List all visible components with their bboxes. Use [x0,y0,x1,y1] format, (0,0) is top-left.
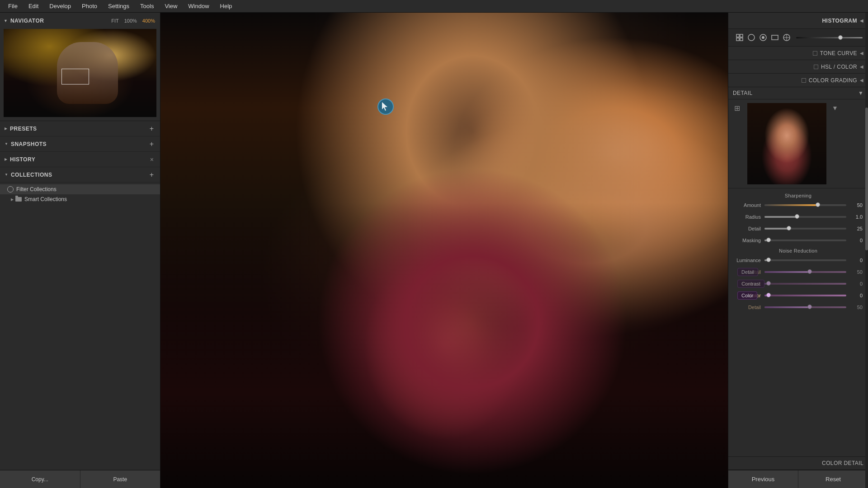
histogram-header[interactable]: Histogram ◀ [728,13,868,29]
exposure-thumb [838,35,843,40]
svg-rect-1 [740,34,743,37]
collections-add-btn[interactable]: + [148,171,156,178]
detail-zoom-icon[interactable]: ▼ [830,103,840,113]
menu-bar: File Edit Develop Photo Settings Tools V… [0,0,868,13]
exposure-track[interactable] [796,37,863,38]
detail-preview-area: ⊞ ▼ [728,99,868,188]
menu-view[interactable]: View [160,1,182,11]
detail-section-title: Detail [733,90,753,96]
red-eye-tool-icon[interactable] [781,32,793,43]
previous-btn[interactable]: Previous [728,470,798,488]
right-panel-scrollbar[interactable] [865,13,868,488]
nr-detail-value: 50 [850,269,863,275]
cursor-indicator [377,99,394,115]
snapshots-add-btn[interactable]: + [148,141,156,148]
detail-pin-icon[interactable]: ⊞ [732,103,742,113]
presets-add-btn[interactable]: + [148,125,156,132]
sharpening-detail-fill [764,228,789,230]
spot-heal-tool-icon[interactable] [745,32,757,43]
smart-collections-item[interactable]: ▶ Smart Collections [0,194,160,204]
history-close-btn[interactable]: × [148,156,156,163]
menu-develop[interactable]: Develop [45,1,75,11]
sharpening-detail-value: 25 [850,226,863,231]
nr-contrast-track[interactable] [764,283,846,285]
graduated-filter-tool-icon[interactable] [757,32,769,43]
nr-detail-fill [764,271,810,273]
nr-detail-track[interactable] [764,271,846,273]
color-grading-section[interactable]: Color Grading ◀ [728,74,868,87]
navigator-thumbnail[interactable] [4,29,156,117]
color-detail-section-header[interactable]: Color Detail [728,456,868,470]
paste-btn[interactable]: Paste [80,470,160,488]
hsl-color-section[interactable]: HSL / Color ◀ [728,60,868,74]
nr-color-track[interactable] [764,295,846,296]
filter-icon [7,186,14,192]
sharpening-radius-fill [764,216,797,218]
nr-luminance-row: Luminance 0 [728,254,868,266]
sharpening-amount-row: Amount 50 [728,199,868,211]
adjustment-brush-tool-icon[interactable] [769,32,781,43]
collections-content: Filter Collections ▶ Smart Collections [0,183,160,470]
copy-btn[interactable]: Copy... [0,470,80,488]
menu-file[interactable]: File [4,1,22,11]
svg-rect-0 [736,34,739,37]
sharpening-amount-track[interactable] [764,204,846,206]
hsl-square-icon [814,65,818,69]
menu-photo[interactable]: Photo [77,1,102,11]
snapshots-section[interactable]: ▼ Snapshots + [0,136,160,152]
color-grading-square-icon [802,78,806,83]
zoom-fit-btn[interactable]: FIT [110,18,120,24]
menu-tools[interactable]: Tools [136,1,158,11]
hsl-collapse-icon: ◀ [860,64,863,69]
snapshots-title: Snapshots [11,141,148,147]
sharpening-masking-label: Masking [733,238,764,243]
sharpening-detail-track[interactable] [764,228,846,230]
reset-btn[interactable]: Reset [798,470,868,488]
nr-color-detail-track[interactable] [764,306,846,308]
canvas-area[interactable] [160,13,728,488]
menu-settings[interactable]: Settings [104,1,134,11]
navigator-header[interactable]: ▼ Navigator FIT 100% 400% [0,14,160,27]
menu-edit[interactable]: Edit [24,1,43,11]
navigator-title: Navigator [10,18,110,24]
sliders-section: Sharpening Amount 50 Radius [728,188,868,456]
history-section[interactable]: ▶ History × [0,152,160,167]
sharpening-masking-track[interactable] [764,239,846,241]
tone-curve-section[interactable]: Tone Curve ◀ [728,47,868,60]
right-bottom-buttons: Previous Reset [728,470,868,488]
sharpening-group-title: Sharpening [728,191,868,199]
sharpening-radius-value: 1.0 [850,214,863,220]
smart-collections-label: Smart Collections [24,196,67,202]
nr-luminance-track[interactable] [764,259,846,261]
sharpening-masking-value: 0 [850,238,863,243]
navigator-section: ▼ Navigator FIT 100% 400% [0,13,160,121]
noise-reduction-group-title: Noise Reduction [728,246,868,254]
sharpening-amount-label: Amount [733,202,764,208]
navigator-collapse-icon: ▼ [4,19,8,23]
histogram-collapse-icon: ◀ [860,18,863,23]
nr-color-detail-row: Detail 50 [728,301,868,313]
history-expand-icon: ▶ [5,157,7,161]
menu-help[interactable]: Help [216,1,237,11]
nr-contrast-row: Contrast 0 Contrast [728,278,868,290]
detail-section-header[interactable]: Detail ▼ [728,87,868,99]
sharpening-radius-label: Radius [733,214,764,220]
filter-collections-item[interactable]: Filter Collections [0,184,160,194]
nr-color-detail-label: Detail [733,305,764,310]
presets-expand-icon: ▶ [5,127,7,131]
main-layout: ▼ Navigator FIT 100% 400% ▶ Presets + [0,13,868,488]
sharpening-amount-fill [764,204,818,206]
collections-header[interactable]: ▼ Collections + [0,167,160,183]
color-grading-collapse-icon: ◀ [860,78,863,83]
detail-thumbnail [747,103,826,184]
left-panel: ▼ Navigator FIT 100% 400% ▶ Presets + [0,13,160,488]
detail-icons-column: ▼ [830,103,840,113]
presets-section[interactable]: ▶ Presets + [0,121,160,136]
sharpening-radius-track[interactable] [764,216,846,218]
menu-window[interactable]: Window [184,1,213,11]
crop-tool-icon[interactable] [734,32,745,43]
tone-curve-title: Tone Curve [820,50,857,56]
zoom-400-btn[interactable]: 400% [141,18,156,24]
zoom-100-btn[interactable]: 100% [123,18,138,24]
nr-color-detail-value: 50 [850,305,863,310]
